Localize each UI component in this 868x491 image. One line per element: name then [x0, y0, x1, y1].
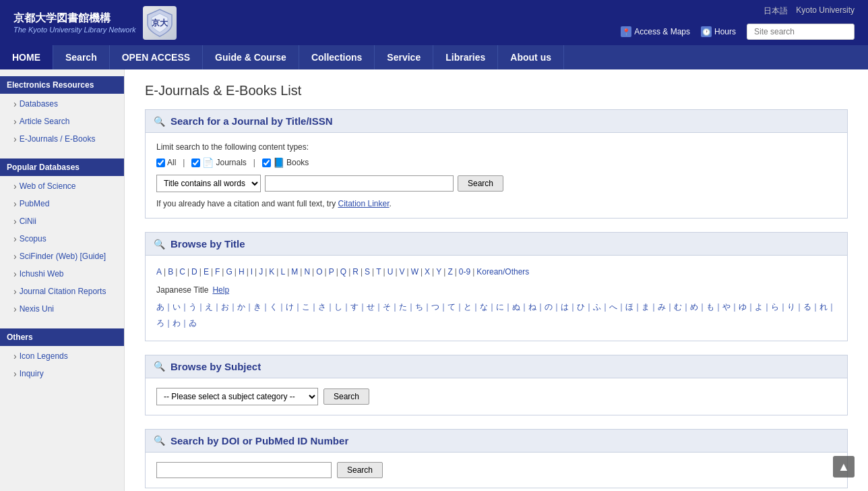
alpha-W[interactable]: W: [411, 265, 418, 280]
nav-service[interactable]: Service: [375, 45, 433, 69]
alpha-I[interactable]: I: [251, 265, 253, 280]
access-maps-link[interactable]: 📍 Access & Maps: [621, 26, 690, 37]
nav-about-us[interactable]: About us: [498, 45, 564, 69]
sidebar-item-article-search[interactable]: Article Search: [0, 113, 124, 130]
citation-linker-link[interactable]: Citation Linker: [338, 199, 390, 208]
kana-ko[interactable]: こ: [302, 302, 310, 312]
alpha-T[interactable]: T: [376, 265, 381, 280]
kana-o[interactable]: お: [221, 302, 229, 312]
alpha-B[interactable]: B: [168, 265, 173, 280]
alpha-U[interactable]: U: [388, 265, 394, 280]
kana-me[interactable]: め: [690, 302, 698, 312]
kana-fu[interactable]: ふ: [593, 302, 601, 312]
sidebar-item-icon-legends[interactable]: Icon Legends: [0, 347, 124, 365]
kana-ki[interactable]: き: [253, 302, 261, 312]
alpha-F[interactable]: F: [215, 265, 220, 280]
kana-ku[interactable]: く: [270, 302, 278, 312]
scroll-to-top-button[interactable]: ▲: [833, 456, 855, 478]
site-search-input[interactable]: [747, 24, 855, 40]
hours-link[interactable]: 🕐 Hours: [701, 26, 736, 37]
sidebar-item-ejournals[interactable]: E-Journals / E-Books: [0, 130, 124, 148]
kana-wi[interactable]: ゐ: [189, 318, 197, 328]
doi-search-button[interactable]: Search: [337, 462, 383, 478]
kana-ne[interactable]: ね: [528, 302, 536, 312]
sidebar-item-ichushi[interactable]: Ichushi Web: [0, 265, 124, 283]
all-checkbox[interactable]: [156, 158, 165, 167]
title-search-button[interactable]: Search: [458, 175, 503, 192]
subject-search-button[interactable]: Search: [323, 388, 369, 405]
kana-ka[interactable]: か: [237, 302, 245, 312]
kana-chi[interactable]: ち: [415, 302, 423, 312]
kana-ni[interactable]: に: [496, 302, 504, 312]
title-search-select[interactable]: Title contains all words Title contains …: [156, 175, 261, 192]
kana-nu[interactable]: ぬ: [512, 302, 520, 312]
alpha-A[interactable]: A: [156, 265, 162, 280]
checkbox-books[interactable]: 📘 Books: [262, 157, 309, 168]
journals-checkbox[interactable]: [191, 158, 200, 167]
sidebar-item-nexis[interactable]: Nexis Uni: [0, 300, 124, 318]
lang-ja-link[interactable]: 日本語: [764, 5, 788, 17]
kana-ru[interactable]: る: [803, 302, 811, 312]
kana-tsu[interactable]: つ: [431, 302, 439, 312]
kana-mi[interactable]: み: [658, 302, 666, 312]
kana-re[interactable]: れ: [819, 302, 828, 312]
doi-search-input[interactable]: [156, 462, 332, 478]
alpha-korean[interactable]: Korean/Others: [476, 265, 529, 280]
sidebar-item-cinii[interactable]: CiNii: [0, 212, 124, 230]
alpha-09[interactable]: 0-9: [459, 265, 470, 280]
kana-ri[interactable]: り: [787, 302, 795, 312]
kana-ro[interactable]: ろ: [156, 318, 164, 328]
sidebar-item-scopus[interactable]: Scopus: [0, 230, 124, 248]
sidebar-item-databases[interactable]: Databases: [0, 95, 124, 113]
checkbox-all[interactable]: All: [156, 158, 176, 167]
kyoto-university-link[interactable]: Kyoto University: [796, 5, 855, 17]
alpha-K[interactable]: K: [269, 265, 274, 280]
alpha-N[interactable]: N: [304, 265, 310, 280]
kana-sa[interactable]: さ: [318, 302, 326, 312]
nav-search[interactable]: Search: [53, 45, 110, 69]
kana-ma[interactable]: ま: [642, 302, 650, 312]
kana-he[interactable]: へ: [609, 302, 617, 312]
kana-na[interactable]: な: [480, 302, 488, 312]
alpha-E[interactable]: E: [204, 265, 209, 280]
nav-guide-course[interactable]: Guide & Course: [203, 45, 299, 69]
kana-a[interactable]: あ: [156, 302, 164, 312]
sidebar-item-pubmed[interactable]: PubMed: [0, 195, 124, 212]
checkbox-journals[interactable]: 📄 Journals: [191, 157, 246, 168]
title-search-input[interactable]: [265, 175, 454, 192]
alpha-C[interactable]: C: [179, 265, 185, 280]
kana-so[interactable]: そ: [383, 302, 391, 312]
kana-no[interactable]: の: [545, 302, 553, 312]
alpha-Z[interactable]: Z: [447, 265, 452, 280]
alpha-R[interactable]: R: [352, 265, 359, 280]
alpha-V[interactable]: V: [400, 265, 405, 280]
alpha-Q[interactable]: Q: [340, 265, 346, 280]
kana-yu[interactable]: ゆ: [739, 302, 747, 312]
alpha-J[interactable]: J: [259, 265, 263, 280]
alpha-Y[interactable]: Y: [436, 265, 441, 280]
kana-se[interactable]: せ: [367, 302, 375, 312]
kana-wa[interactable]: わ: [173, 318, 181, 328]
kana-u[interactable]: う: [189, 302, 197, 312]
help-link[interactable]: Help: [212, 285, 229, 295]
kana-yo[interactable]: よ: [755, 302, 763, 312]
alpha-M[interactable]: M: [291, 265, 298, 280]
kana-to[interactable]: と: [464, 302, 472, 312]
kana-te[interactable]: て: [447, 302, 456, 312]
alpha-S[interactable]: S: [365, 265, 370, 280]
kana-hi[interactable]: ひ: [577, 302, 585, 312]
sidebar-item-inquiry[interactable]: Inquiry: [0, 365, 124, 382]
kana-ho[interactable]: ほ: [625, 302, 633, 312]
nav-home[interactable]: HOME: [0, 45, 53, 69]
kana-i[interactable]: い: [173, 302, 181, 312]
books-checkbox[interactable]: [262, 158, 271, 167]
alpha-P[interactable]: P: [329, 265, 334, 280]
alpha-G[interactable]: G: [226, 265, 232, 280]
sidebar-item-wos[interactable]: Web of Science: [0, 177, 124, 195]
kana-ke[interactable]: け: [286, 302, 294, 312]
kana-ta[interactable]: た: [399, 302, 407, 312]
sidebar-item-jcr[interactable]: Journal Citation Reports: [0, 283, 124, 300]
alpha-O[interactable]: O: [316, 265, 322, 280]
alpha-L[interactable]: L: [280, 265, 285, 280]
alpha-D[interactable]: D: [191, 265, 197, 280]
